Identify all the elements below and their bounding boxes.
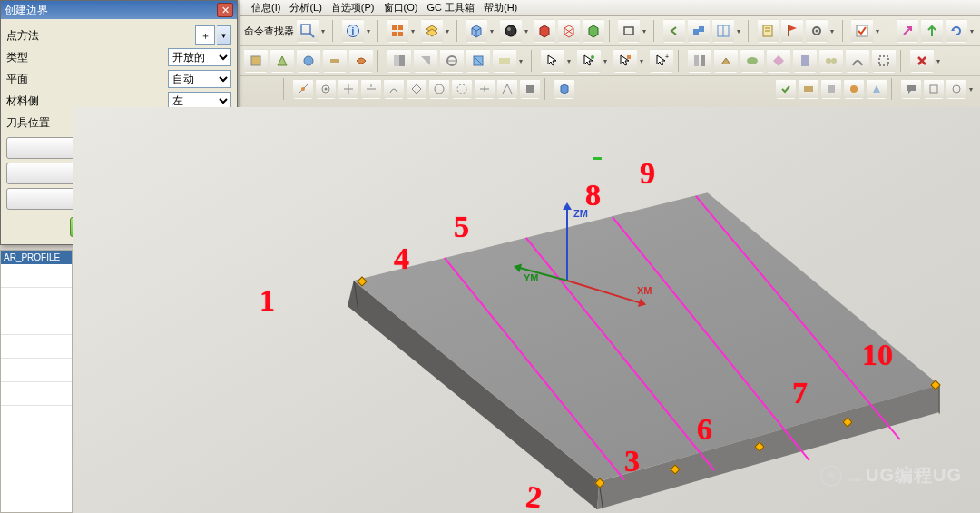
tb-grid-icon[interactable] [387,19,409,43]
svg-rect-29 [788,25,789,36]
tb-refresh-icon[interactable] [946,19,967,43]
separator [332,20,338,42]
tree-slot [1,335,72,359]
tb-cursor1-icon[interactable] [541,49,564,73]
tb-arrow-left-icon[interactable] [663,19,685,43]
dropdown-icon[interactable]: ▾ [519,57,526,65]
dropdown-icon[interactable]: ▾ [642,27,649,35]
svg-rect-55 [701,55,705,66]
dropdown-icon[interactable]: ▾ [876,27,882,35]
plane-select[interactable]: 自动 [168,70,231,88]
tb-sphere-icon[interactable] [500,19,522,43]
dialog-titlebar[interactable]: 创建边界 ✕ [1,1,237,19]
dropdown-icon[interactable]: ▾ [830,27,837,35]
dropdown-icon[interactable]: ▾ [936,57,944,65]
tb-snap6-icon[interactable] [407,79,426,99]
tb-delete-icon[interactable] [910,49,934,73]
tb-tool5-icon[interactable] [349,49,373,73]
tb-flag-icon[interactable] [781,19,803,43]
type-select[interactable]: 开放的 [168,48,231,66]
point-method-dropdown[interactable]: ▼ [217,25,231,45]
graphics-viewport[interactable]: ZM XM YM 1 2 3 4 5 6 7 8 9 10 ✶ .... UG编… [73,107,980,513]
dropdown-icon[interactable]: ▾ [446,27,452,35]
tb-snap11-icon[interactable] [520,79,540,99]
menu-item-info[interactable]: 信息(I) [248,0,284,15]
tb-info-icon[interactable]: i [342,19,364,43]
tb-arrow-up-icon[interactable] [921,19,943,43]
tb-op3-icon[interactable] [440,49,464,73]
tb-op2-icon[interactable] [414,49,437,73]
tb-r3-icon[interactable] [821,79,841,99]
tb-snap4-icon[interactable] [361,79,381,99]
tb-r7-icon[interactable] [946,79,966,99]
dropdown-icon[interactable]: ▾ [524,27,531,35]
tb-tool4-icon[interactable] [323,49,347,73]
tb-rect-icon[interactable] [618,19,640,43]
dropdown-icon[interactable]: ▾ [367,27,373,35]
tb-checkbox-icon[interactable] [851,19,873,43]
cmd-finder-icon[interactable] [297,19,318,43]
point-method-icon[interactable]: ＋ [195,25,215,45]
tb-r5-icon[interactable] [867,79,887,99]
tb-wireframe-icon[interactable] [558,19,580,43]
tb-layers-icon[interactable] [421,19,443,43]
tb-op5-icon[interactable] [493,49,516,73]
tb-chat-icon[interactable] [901,79,921,99]
tb-cursor4-icon[interactable]: + [650,49,673,73]
tb-gear-icon[interactable] [806,19,828,43]
tb-g4-icon[interactable] [767,49,790,73]
dropdown-icon[interactable]: ▾ [640,57,647,65]
menu-item-prefs[interactable]: 首选项(P) [328,0,378,15]
tb-tool2-icon[interactable] [270,49,294,73]
dropdown-icon[interactable]: ▾ [737,27,743,35]
tb-snap9-icon[interactable] [475,79,495,99]
tb-redcube-icon[interactable] [534,19,555,43]
svg-point-82 [953,85,960,93]
dropdown-icon[interactable]: ▾ [321,27,328,35]
menu-item-window[interactable]: 窗口(O) [380,0,422,15]
tb-g8-icon[interactable] [872,49,896,73]
tb-box-split-icon[interactable] [712,19,734,43]
tb-g1-icon[interactable] [688,49,711,73]
dropdown-icon[interactable]: ▾ [411,27,417,35]
tb-tool3-icon[interactable] [297,49,320,73]
menu-item-help[interactable]: 帮助(H) [480,0,521,15]
tb-g3-icon[interactable] [740,49,764,73]
tb-snap7-icon[interactable] [429,79,449,99]
tb-cube3d-icon[interactable] [554,79,574,99]
tb-snap3-icon[interactable] [338,79,358,99]
tb-g6-icon[interactable] [819,49,843,73]
tb-snap5-icon[interactable] [384,79,404,99]
close-icon[interactable]: ✕ [217,3,233,17]
dropdown-icon[interactable]: ▾ [490,27,496,35]
dropdown-icon[interactable]: ▾ [567,57,574,65]
tb-greencube-icon[interactable] [583,19,604,43]
svg-rect-39 [394,55,399,66]
tb-cursor2-icon[interactable] [577,49,601,73]
tree-item-profile[interactable]: AR_PROFILE [1,251,72,264]
tb-cursor3-icon[interactable] [613,49,637,73]
tb-op1-icon[interactable] [387,49,411,73]
tb-r6-icon[interactable] [924,79,944,99]
tb-g2-icon[interactable] [714,49,738,73]
tb-r1-icon[interactable] [776,79,796,99]
dropdown-icon[interactable]: ▾ [969,85,976,94]
tb-doc-icon[interactable] [758,19,779,43]
tb-cube-icon[interactable] [466,19,488,43]
tb-op4-icon[interactable] [466,49,490,73]
dropdown-icon[interactable]: ▾ [603,57,611,65]
tb-snap1-icon[interactable] [293,79,313,99]
tb-g5-icon[interactable] [793,49,817,73]
tb-g7-icon[interactable] [846,49,869,73]
tb-tool1-icon[interactable] [244,49,268,73]
tb-snap2-icon[interactable] [316,79,336,99]
tb-snap10-icon[interactable] [497,79,517,99]
tb-snap8-icon[interactable] [452,79,472,99]
menu-item-gc[interactable]: GC 工具箱 [423,0,478,15]
tb-r2-icon[interactable] [799,79,818,99]
tb-arrow-pink-icon[interactable] [897,19,918,43]
menu-item-analysis[interactable]: 分析(L) [286,0,325,15]
tb-box-blue-icon[interactable] [688,19,710,43]
dropdown-icon[interactable]: ▾ [970,27,976,35]
tb-r4-icon[interactable] [844,79,864,99]
